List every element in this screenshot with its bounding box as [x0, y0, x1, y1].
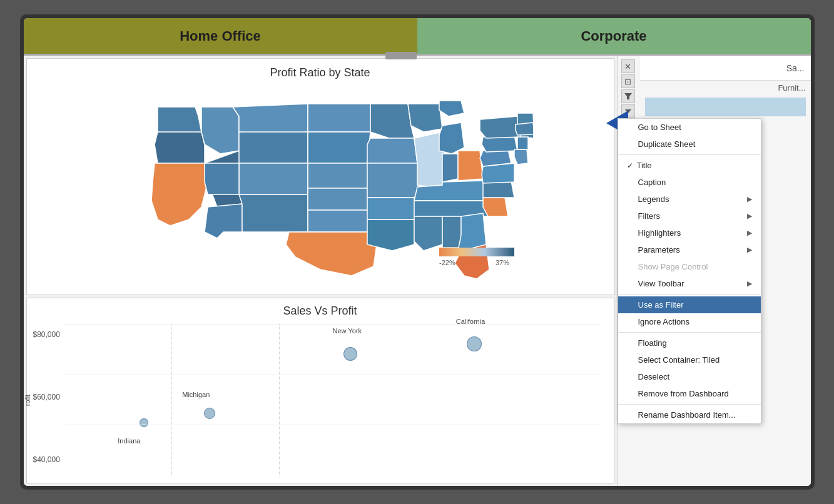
- svg-marker-27: [442, 154, 458, 182]
- menu-item-select-container[interactable]: Select Container: Tiled: [618, 351, 761, 368]
- menu-item-label: Go to Sheet: [638, 123, 681, 132]
- menu-item-duplicate-sheet[interactable]: Duplicate Sheet: [618, 136, 761, 153]
- menu-item-label: Remove from Dashboard: [638, 389, 729, 398]
- close-icon-btn[interactable]: ✕: [621, 59, 635, 73]
- grid-line-mid2: [64, 425, 601, 425]
- menu-divider: [618, 332, 761, 333]
- menu-item-highlighters[interactable]: Highlighters▶: [618, 224, 761, 241]
- sales-profit-chart-panel: Sales Vs Profit rofit $80,000 $60,000 $4…: [26, 298, 614, 483]
- menu-item-filters[interactable]: Filters▶: [618, 208, 761, 224]
- svg-marker-9: [239, 163, 308, 194]
- chart-bar-partial: [645, 98, 806, 116]
- svg-marker-32: [442, 216, 461, 248]
- svg-marker-40: [480, 116, 521, 138]
- header-right: Corporate: [417, 18, 811, 56]
- scatter-points-container: New York California Michigan Indiana: [64, 324, 601, 476]
- scatter-point-indiana: [140, 418, 148, 427]
- grid-line-top: [64, 324, 601, 325]
- menu-item-view-toolbar[interactable]: View Toolbar▶: [618, 275, 761, 292]
- profit-ratio-title: Profit Ratio by State: [270, 66, 370, 79]
- right-sub-label: Furnit...: [778, 83, 805, 93]
- y-label-60k: $60,000: [33, 393, 60, 401]
- share-icon-btn[interactable]: ⊡: [621, 74, 635, 88]
- menu-item-label: Floating: [638, 338, 667, 348]
- submenu-arrow-icon: ▶: [747, 246, 752, 254]
- menu-item-label: Legends: [638, 194, 669, 204]
- svg-marker-35: [483, 198, 508, 216]
- y-axis-label: rofit: [24, 395, 31, 406]
- menu-item-caption[interactable]: Caption: [618, 174, 761, 191]
- svg-marker-26: [439, 123, 464, 154]
- menu-item-use-as-filter[interactable]: Use as Filter: [618, 296, 761, 313]
- profit-ratio-chart-panel: Profit Ratio by State: [26, 58, 614, 295]
- svg-marker-20: [367, 163, 420, 198]
- checkmark-icon: ✓: [627, 161, 633, 170]
- svg-marker-14: [308, 163, 367, 188]
- svg-marker-11: [205, 163, 239, 194]
- menu-item-legends[interactable]: Legends▶: [618, 191, 761, 208]
- svg-marker-18: [370, 104, 414, 138]
- filter-icon-btn[interactable]: [621, 89, 635, 103]
- menu-item-remove-from-dashboard[interactable]: Remove from Dashboard: [618, 385, 761, 402]
- header-left: Home Office: [24, 18, 417, 56]
- main-content: Profit Ratio by State: [24, 56, 811, 486]
- menu-item-label: Show Page Control: [638, 262, 708, 271]
- menu-item-label: Duplicate Sheet: [638, 139, 696, 149]
- scatter-point-california: [467, 336, 482, 351]
- viz-icon-buttons: ✕ ⊡: [621, 59, 635, 118]
- right-panel: ✕ ⊡ Sa...: [617, 56, 811, 486]
- svg-marker-7: [233, 104, 308, 135]
- scatter-plot-area: rofit $80,000 $60,000 $40,000 New York: [27, 318, 614, 483]
- filter-icon: [624, 92, 633, 101]
- submenu-arrow-icon: ▶: [747, 280, 752, 288]
- menu-item-label: View Toolbar: [638, 279, 684, 288]
- svg-marker-10: [239, 194, 308, 232]
- menu-item-deselect[interactable]: Deselect: [618, 368, 761, 385]
- svg-marker-12: [308, 104, 370, 132]
- dashboard-area: Profit Ratio by State: [24, 56, 617, 486]
- context-menu: Go to SheetDuplicate Sheet✓TitleCaptionL…: [618, 118, 761, 424]
- menu-item-ignore-actions[interactable]: Ignore Actions: [618, 313, 761, 330]
- grid-vline-2: [279, 324, 280, 476]
- menu-item-label: Ignore Actions: [638, 317, 689, 326]
- menu-item-go-to-sheet[interactable]: Go to Sheet: [618, 119, 761, 136]
- menu-item-label: Filters: [638, 211, 660, 221]
- menu-item-floating[interactable]: Floating: [618, 335, 761, 351]
- svg-marker-15: [308, 188, 367, 210]
- scatter-label-michigan: Michigan: [182, 391, 210, 398]
- menu-item-parameters[interactable]: Parameters▶: [618, 241, 761, 258]
- svg-marker-22: [367, 219, 414, 251]
- menu-item-title[interactable]: ✓Title: [618, 157, 761, 174]
- svg-text:-22%: -22%: [439, 259, 455, 266]
- corporate-label: Corporate: [581, 28, 646, 44]
- svg-rect-45: [439, 248, 514, 256]
- svg-marker-16: [308, 210, 370, 232]
- svg-marker-8: [239, 132, 308, 163]
- svg-marker-48: [624, 93, 632, 99]
- menu-item-rename-dashboard-item[interactable]: Rename Dashboard Item...: [618, 406, 761, 423]
- menu-divider: [618, 404, 761, 405]
- menu-item-label: Title: [637, 161, 652, 170]
- menu-item-show-page-control: Show Page Control: [618, 258, 761, 275]
- panel-resize-handle[interactable]: [385, 52, 417, 59]
- menu-item-label: Caption: [638, 178, 666, 187]
- right-chart-header: Sa...: [640, 56, 811, 81]
- scatter-point-newyork: [343, 347, 357, 361]
- submenu-arrow-icon: ▶: [747, 229, 752, 237]
- menu-divider: [618, 154, 761, 155]
- svg-marker-13: [308, 132, 370, 163]
- svg-marker-2: [155, 132, 205, 163]
- home-office-label: Home Office: [180, 28, 261, 44]
- scatter-point-michigan: [204, 408, 215, 419]
- menu-item-label: Rename Dashboard Item...: [638, 410, 736, 420]
- menu-item-label: Parameters: [638, 245, 680, 255]
- svg-marker-44: [516, 123, 533, 135]
- inner-frame: Home Office Corporate Profit Ratio by St…: [24, 18, 811, 486]
- grid-vline-1: [171, 324, 172, 476]
- submenu-arrow-icon: ▶: [747, 212, 752, 220]
- y-axis-labels: $80,000 $60,000 $40,000: [33, 330, 60, 464]
- menu-item-label: Deselect: [638, 372, 670, 381]
- svg-text:37%: 37%: [496, 259, 509, 266]
- us-map-container: -22% 37%: [27, 82, 614, 295]
- submenu-arrow-icon: ▶: [747, 195, 752, 203]
